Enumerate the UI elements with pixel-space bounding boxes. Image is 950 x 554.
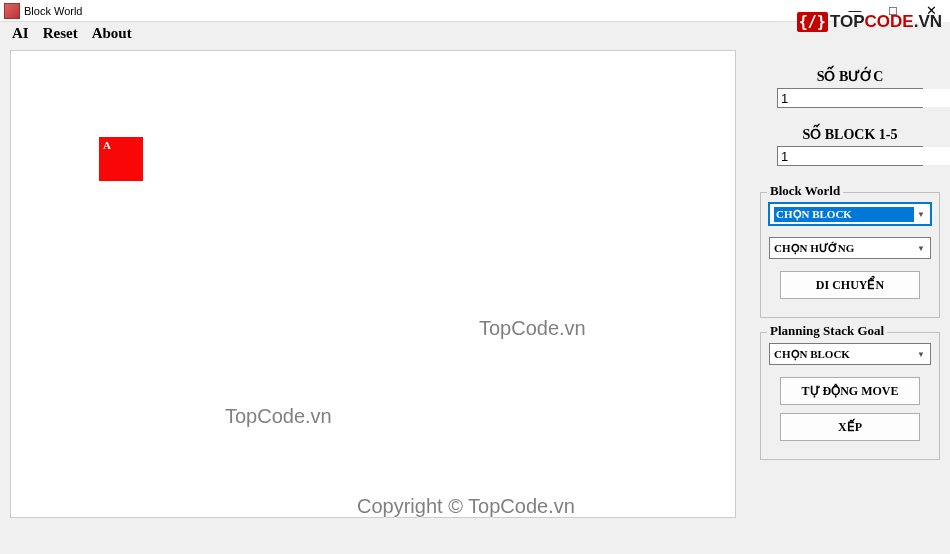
- group-blockworld-title: Block World: [767, 183, 843, 199]
- group-planning: Planning Stack Goal CHỌN BLOCK ▼ TỰ ĐỘNG…: [760, 332, 940, 460]
- blocks-numeric[interactable]: ▲ ▼: [777, 146, 923, 166]
- combo-select-direction[interactable]: CHỌN HƯỚNG ▼: [769, 237, 931, 259]
- watermark-copyright: Copyright © TopCode.vn: [357, 495, 575, 518]
- block-a-label: A: [103, 139, 111, 151]
- blocks-label: SỐ BLOCK 1-5: [760, 126, 940, 143]
- steps-input[interactable]: [778, 89, 950, 107]
- brand-vn: .VN: [914, 12, 942, 31]
- group-planning-title: Planning Stack Goal: [767, 323, 887, 339]
- menu-ai[interactable]: AI: [8, 24, 33, 43]
- group-blockworld: Block World CHỌN BLOCK ▼ CHỌN HƯỚNG ▼ DI…: [760, 192, 940, 318]
- stack-button[interactable]: XẾP: [780, 413, 920, 441]
- combo-select-block[interactable]: CHỌN BLOCK ▼: [769, 203, 931, 225]
- steps-label: SỐ BƯỚC: [760, 68, 940, 85]
- chevron-down-icon: ▼: [914, 244, 928, 253]
- combo-select-block-text: CHỌN BLOCK: [774, 207, 914, 222]
- window-title: Block World: [24, 5, 82, 17]
- brand-bracket: {/}: [797, 12, 828, 32]
- blocks-input[interactable]: [778, 147, 950, 165]
- move-button[interactable]: DI CHUYỂN: [780, 271, 920, 299]
- brand-code: CODE: [865, 12, 914, 31]
- block-a[interactable]: A: [99, 137, 143, 181]
- canvas-area[interactable]: A TopCode.vn TopCode.vn Copyright © TopC…: [10, 50, 736, 518]
- menu-reset[interactable]: Reset: [39, 24, 82, 43]
- combo-plan-block[interactable]: CHỌN BLOCK ▼: [769, 343, 931, 365]
- auto-move-button[interactable]: TỰ ĐỘNG MOVE: [780, 377, 920, 405]
- brand-logo: {/} TOPCODE.VN: [797, 12, 942, 32]
- watermark: TopCode.vn: [225, 405, 332, 428]
- chevron-down-icon: ▼: [914, 210, 928, 219]
- combo-plan-block-text: CHỌN BLOCK: [774, 348, 914, 361]
- watermark: TopCode.vn: [479, 317, 586, 340]
- app-icon: [4, 3, 20, 19]
- menu-about[interactable]: About: [88, 24, 136, 43]
- chevron-down-icon: ▼: [914, 350, 928, 359]
- right-panel: SỐ BƯỚC ▲ ▼ SỐ BLOCK 1-5 ▲ ▼ Block World…: [760, 50, 940, 460]
- combo-select-direction-text: CHỌN HƯỚNG: [774, 242, 914, 255]
- steps-numeric[interactable]: ▲ ▼: [777, 88, 923, 108]
- brand-top: TOP: [830, 12, 865, 31]
